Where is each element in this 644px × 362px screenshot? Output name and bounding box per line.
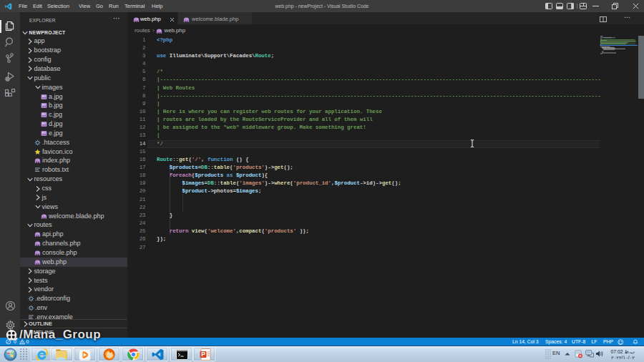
svg-text:P: P — [201, 351, 205, 358]
